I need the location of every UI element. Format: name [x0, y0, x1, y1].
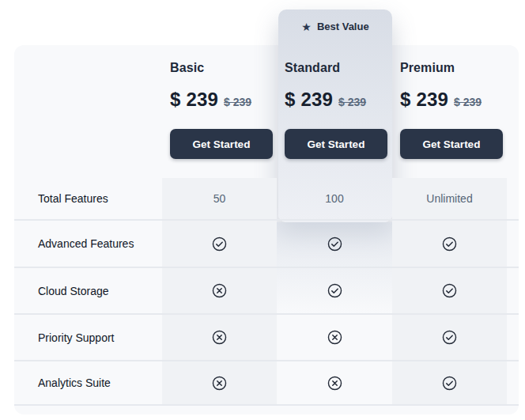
plan-name: Premium	[400, 61, 507, 75]
cross-circle-icon	[162, 268, 277, 313]
best-value-badge: ★ Best Value	[278, 9, 392, 32]
plan-column-basic: Basic $ 239 $ 239 Get Started	[162, 45, 277, 178]
feature-label: Analytics Suite	[14, 361, 162, 404]
best-value-label: Best Value	[317, 21, 369, 32]
feature-row-analytics-suite: Analytics Suite	[14, 360, 519, 406]
check-circle-icon	[392, 315, 507, 360]
price-line: $ 239 $ 239	[170, 89, 277, 111]
old-price: $ 239	[224, 96, 251, 108]
plan-column-premium: Premium $ 239 $ 239 Get Started	[392, 45, 507, 178]
header-spacer-cell	[14, 45, 162, 178]
check-circle-icon	[277, 221, 392, 267]
feature-row-total-features: Total Features 50 100 Unlimited	[14, 178, 519, 219]
cross-circle-icon	[162, 315, 277, 360]
check-circle-icon	[392, 221, 507, 267]
feature-row-priority-support: Priority Support	[14, 313, 519, 360]
plans-header-row: Basic $ 239 $ 239 Get Started Standard $…	[14, 45, 519, 178]
old-price: $ 239	[338, 96, 366, 108]
old-price: $ 239	[454, 96, 482, 108]
feature-row-advanced-features: Advanced Features	[14, 219, 519, 267]
check-circle-icon	[392, 361, 507, 404]
cross-circle-icon	[277, 315, 392, 360]
check-circle-icon	[162, 221, 277, 267]
pricing-card: ★ Best Value Basic $ 239 $ 239 Get Start…	[14, 45, 519, 414]
feature-label: Total Features	[14, 178, 162, 219]
get-started-button-basic[interactable]: Get Started	[170, 129, 273, 159]
pricing-page: { "badge": { "label": "Best Value", "ico…	[0, 0, 525, 420]
price-line: $ 239 $ 239	[400, 89, 507, 111]
feature-value-premium: Unlimited	[392, 178, 507, 219]
current-price: $ 239	[400, 89, 448, 111]
plan-name: Standard	[285, 61, 392, 75]
feature-label: Priority Support	[14, 315, 162, 360]
star-icon: ★	[301, 21, 312, 32]
check-circle-icon	[392, 268, 507, 313]
get-started-button-standard[interactable]: Get Started	[285, 129, 387, 159]
plan-name: Basic	[170, 61, 277, 75]
cross-circle-icon	[162, 361, 277, 404]
feature-label: Advanced Features	[14, 221, 162, 267]
feature-row-cloud-storage: Cloud Storage	[14, 267, 519, 313]
get-started-button-premium[interactable]: Get Started	[400, 129, 503, 159]
check-circle-icon	[277, 268, 392, 313]
feature-value-standard: 100	[277, 178, 392, 219]
price-line: $ 239 $ 239	[285, 89, 392, 111]
plan-column-standard: Standard $ 239 $ 239 Get Started	[277, 45, 392, 178]
feature-value-basic: 50	[162, 178, 277, 219]
cross-circle-icon	[277, 361, 392, 404]
current-price: $ 239	[285, 89, 333, 111]
feature-label: Cloud Storage	[14, 268, 162, 313]
current-price: $ 239	[170, 89, 218, 111]
